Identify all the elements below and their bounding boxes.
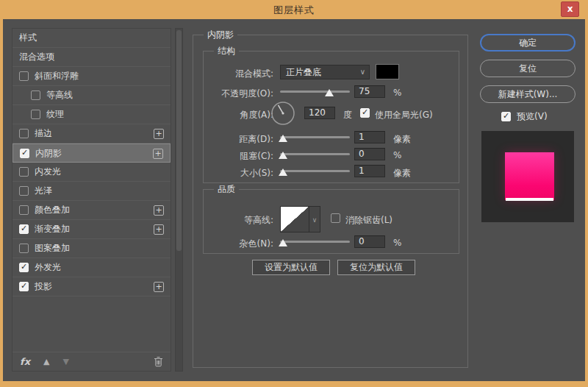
sidebar-item-stroke[interactable]: 描边+ bbox=[12, 124, 171, 143]
slider-thumb[interactable] bbox=[279, 152, 287, 159]
sidebar-item-drop-shadow[interactable]: ✓投影+ bbox=[12, 277, 171, 297]
choke-input[interactable]: 0 bbox=[354, 148, 385, 160]
delete-effect-icon[interactable] bbox=[154, 356, 163, 367]
sidebar-item-color-overlay[interactable]: 颜色叠加+ bbox=[12, 201, 171, 220]
noise-unit: % bbox=[393, 238, 401, 248]
check-icon: ✓ bbox=[21, 148, 28, 157]
gradient-overlay-checkbox[interactable]: ✓ bbox=[19, 224, 29, 234]
global-light-checkbox[interactable]: ✓ bbox=[360, 108, 370, 118]
color-overlay-checkbox[interactable] bbox=[19, 205, 29, 215]
distance-unit: 像素 bbox=[393, 133, 411, 146]
slider-track bbox=[280, 153, 350, 155]
move-effect-down-icon[interactable]: ▼ bbox=[63, 357, 69, 366]
quality-section: 品质 等高线: ∨ 消除锯齿(L) 杂色(N): 0 % bbox=[203, 189, 459, 254]
sidebar-item-pattern-overlay[interactable]: 图案叠加 bbox=[12, 239, 171, 258]
noise-slider[interactable] bbox=[280, 237, 350, 247]
close-icon: x bbox=[567, 4, 573, 14]
preview-checkbox[interactable]: ✓ bbox=[501, 112, 511, 121]
add-color-overlay-button[interactable]: + bbox=[154, 205, 164, 216]
pattern-overlay-checkbox[interactable] bbox=[19, 244, 29, 253]
sidebar-item-label: 纹理 bbox=[46, 108, 64, 121]
sidebar-scrollbar[interactable] bbox=[175, 28, 183, 372]
check-icon: ✓ bbox=[21, 262, 27, 271]
effects-footer: fx ▲ ▼ bbox=[12, 352, 171, 371]
stroke-checkbox[interactable] bbox=[19, 129, 29, 138]
opacity-slider[interactable] bbox=[280, 87, 350, 97]
contour-thumbnail[interactable] bbox=[280, 206, 309, 232]
distance-input[interactable]: 1 bbox=[354, 131, 385, 143]
antialias-checkbox[interactable] bbox=[331, 213, 340, 223]
choke-slider[interactable] bbox=[280, 149, 350, 160]
preview-toggle[interactable]: ✓ 预览(V) bbox=[501, 110, 548, 123]
titlebar[interactable]: 图层样式 x bbox=[0, 0, 588, 19]
slider-thumb[interactable] bbox=[279, 239, 287, 246]
contour-picker-arrow[interactable]: ∨ bbox=[309, 206, 320, 232]
slider-thumb[interactable] bbox=[279, 135, 287, 142]
preview-swatch bbox=[505, 152, 554, 200]
size-slider[interactable] bbox=[280, 166, 350, 177]
add-drop-shadow-button[interactable]: + bbox=[154, 282, 164, 292]
sidebar-item-label: 斜面和浮雕 bbox=[35, 70, 79, 82]
chevron-down-icon: ∨ bbox=[360, 65, 365, 79]
close-button[interactable]: x bbox=[561, 1, 579, 17]
slider-track bbox=[280, 170, 350, 172]
scrollbar-thumb[interactable] bbox=[176, 30, 182, 251]
sidebar-item-label: 投影 bbox=[35, 280, 52, 293]
global-light-label: 使用全局光(G) bbox=[375, 109, 433, 121]
sidebar-item-label: 内阴影 bbox=[35, 147, 62, 160]
noise-input[interactable]: 0 bbox=[354, 235, 385, 248]
add-gradient-overlay-button[interactable]: + bbox=[154, 224, 164, 235]
outer-glow-checkbox[interactable]: ✓ bbox=[19, 263, 29, 272]
sidebar-item-outer-glow[interactable]: ✓外发光 bbox=[12, 258, 171, 277]
angle-input[interactable]: 120 bbox=[304, 107, 335, 119]
reset-button[interactable]: 复位 bbox=[480, 60, 576, 77]
slider-thumb[interactable] bbox=[279, 168, 287, 176]
sidebar-item-label: 混合选项 bbox=[19, 51, 54, 63]
inner-glow-checkbox[interactable] bbox=[19, 167, 29, 177]
move-effect-up-icon[interactable]: ▲ bbox=[43, 357, 49, 366]
structure-legend: 结构 bbox=[214, 45, 239, 57]
add-inner-shadow-button[interactable]: + bbox=[153, 149, 163, 159]
satin-checkbox[interactable] bbox=[19, 186, 29, 196]
sidebar-item-contour[interactable]: 等高线 bbox=[12, 86, 171, 105]
blend-mode-select[interactable]: 正片叠底 ∨ bbox=[280, 65, 370, 79]
opacity-unit: % bbox=[393, 88, 401, 98]
quality-legend: 品质 bbox=[214, 183, 239, 196]
sidebar-item-inner-glow[interactable]: 内发光 bbox=[12, 163, 171, 182]
sidebar-item-satin[interactable]: 光泽 bbox=[12, 182, 171, 201]
sidebar-item-inner-shadow[interactable]: ✓内阴影+ bbox=[12, 143, 171, 163]
angle-label: 角度(A): bbox=[204, 109, 273, 121]
reset-default-button[interactable]: 复位为默认值 bbox=[337, 260, 415, 275]
sidebar-item-bevel-emboss[interactable]: 斜面和浮雕 bbox=[12, 67, 171, 86]
blend-mode-label: 混合模式: bbox=[204, 68, 273, 80]
size-unit: 像素 bbox=[393, 167, 411, 180]
blend-mode-value: 正片叠底 bbox=[286, 67, 321, 77]
sidebar-item-blending-options[interactable]: 混合选项 bbox=[12, 48, 171, 67]
add-stroke-button[interactable]: + bbox=[154, 129, 164, 139]
shadow-color-swatch[interactable] bbox=[376, 64, 399, 79]
slider-thumb[interactable] bbox=[325, 89, 334, 96]
contour-checkbox[interactable] bbox=[31, 90, 40, 100]
distance-slider[interactable] bbox=[280, 132, 350, 143]
fx-icon[interactable]: fx bbox=[20, 356, 30, 367]
inner-shadow-checkbox[interactable]: ✓ bbox=[20, 149, 29, 158]
slider-track bbox=[280, 90, 350, 93]
size-label: 大小(S): bbox=[204, 167, 273, 180]
new-style-button[interactable]: 新建样式(W)... bbox=[480, 85, 576, 103]
texture-checkbox[interactable] bbox=[31, 110, 40, 119]
angle-dial[interactable] bbox=[270, 101, 295, 129]
size-input[interactable]: 1 bbox=[354, 165, 385, 177]
bevel-emboss-checkbox[interactable] bbox=[19, 71, 29, 81]
ok-button[interactable]: 确定 bbox=[480, 34, 576, 52]
sidebar-item-styles[interactable]: 样式 bbox=[12, 29, 171, 48]
make-default-button[interactable]: 设置为默认值 bbox=[252, 260, 330, 275]
sidebar-item-gradient-overlay[interactable]: ✓渐变叠加+ bbox=[12, 220, 171, 239]
sidebar-item-label: 外发光 bbox=[35, 261, 61, 274]
opacity-input[interactable]: 75 bbox=[354, 85, 385, 98]
check-icon: ✓ bbox=[21, 281, 27, 291]
check-icon: ✓ bbox=[21, 224, 27, 233]
drop-shadow-checkbox[interactable]: ✓ bbox=[19, 282, 29, 291]
sidebar-item-texture[interactable]: 纹理 bbox=[12, 105, 171, 124]
sidebar-item-label: 渐变叠加 bbox=[35, 223, 70, 235]
distance-label: 距离(D): bbox=[204, 133, 273, 146]
